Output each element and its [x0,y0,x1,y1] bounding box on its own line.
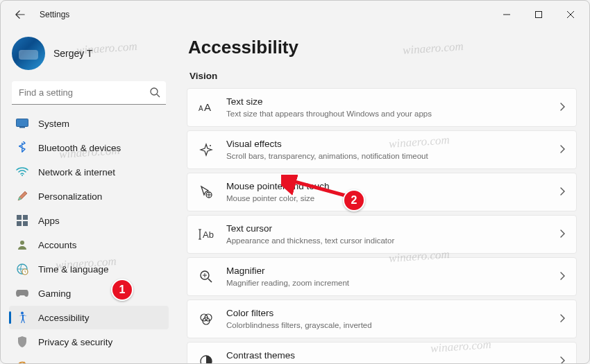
sidebar-item-label: Bluetooth & devices [38,143,121,153]
globe-clock-icon [16,263,28,275]
card-color-filters[interactable]: Color filtersColorblindness filters, gra… [187,300,577,338]
maximize-button[interactable] [523,3,555,26]
svg-rect-12 [23,221,28,226]
back-button[interactable] [9,3,31,26]
sidebar-item-network[interactable]: Network & internet [9,160,169,184]
sidebar-item-bluetooth[interactable]: Bluetooth & devices [9,136,169,159]
shield-icon [16,336,28,348]
sidebar-item-label: System [38,119,69,129]
svg-point-4 [151,88,158,95]
profile-name: Sergey T [53,48,93,59]
card-subtitle: Magnifier reading, zoom increment [226,278,559,288]
chevron-right-icon [559,355,565,363]
sidebar-item-privacy[interactable]: Privacy & security [9,330,169,354]
sidebar-item-label: Network & internet [38,167,115,177]
sidebar-item-accounts[interactable]: Accounts [9,233,169,257]
card-mouse-pointer[interactable]: Mouse pointer and touchMouse pointer col… [187,173,577,211]
text-size-icon: AA [199,100,214,115]
sidebar-item-label: Windows Update [38,361,109,364]
main-panel: Accessibility Vision AA Text sizeText si… [174,28,589,363]
display-icon [16,117,28,130]
chevron-right-icon [559,228,565,241]
sidebar-item-personalization[interactable]: Personalization [9,184,169,208]
card-subtitle: Color themes for low vision, light sensi… [226,363,559,363]
apps-icon [16,214,28,227]
sidebar-item-label: Personalization [38,191,102,202]
svg-rect-10 [23,215,28,220]
accessibility-icon [16,311,28,324]
svg-rect-7 [19,127,25,128]
minimize-button[interactable] [491,3,523,26]
arrow-left-icon [15,10,25,19]
svg-point-19 [210,145,211,146]
sidebar-item-gaming[interactable]: Gaming [9,281,169,305]
color-filters-icon [199,311,214,327]
svg-point-8 [22,175,23,176]
svg-text:A: A [204,101,211,113]
sidebar-item-label: Accessibility [38,313,90,323]
page-title: Accessibility [188,37,577,58]
settings-window: Settings Sergey T System Bluetooth & dev… [0,0,590,364]
svg-rect-1 [536,12,542,18]
text-cursor-icon: Ab [199,227,214,242]
svg-rect-9 [17,215,22,220]
card-title: Visual effects [226,138,559,150]
card-title: Text size [226,96,559,108]
avatar [12,37,45,70]
card-title: Contrast themes [226,349,559,362]
titlebar: Settings [1,1,589,28]
annotation-badge-1: 1 [111,279,133,301]
sidebar-item-time[interactable]: Time & language [9,257,169,281]
window-title: Settings [40,10,69,19]
maximize-icon [535,11,542,18]
sidebar-item-accessibility[interactable]: Accessibility [9,306,169,329]
profile-block[interactable]: Sergey T [9,31,169,81]
sidebar-item-system[interactable]: System [9,112,169,135]
card-text-size[interactable]: AA Text sizeText size that appears throu… [187,88,577,127]
card-subtitle: Appearance and thickness, text cursor in… [226,236,559,246]
card-title: Color filters [226,307,559,320]
search-icon [149,87,160,101]
card-magnifier[interactable]: MagnifierMagnifier reading, zoom increme… [187,257,577,296]
card-subtitle: Text size that appears throughout Window… [226,109,559,119]
annotation-badge-2: 2 [343,189,365,211]
svg-text:Ab: Ab [203,229,214,240]
cursor-icon [199,184,214,200]
card-title: Text cursor [226,223,559,235]
chevron-right-icon [559,313,565,325]
search-box [12,81,166,105]
paintbrush-icon [16,190,28,202]
close-button[interactable] [555,3,587,26]
card-contrast-themes[interactable]: Contrast themesColor themes for low visi… [187,342,577,363]
update-icon [16,360,28,363]
sparkle-icon [199,142,214,157]
chevron-right-icon [559,186,565,198]
minimize-icon [503,11,510,18]
chevron-right-icon [559,101,565,114]
search-input[interactable] [12,81,166,105]
card-subtitle: Scroll bars, transparency, animations, n… [226,151,559,162]
bluetooth-icon [16,141,28,154]
person-icon [16,239,28,251]
sidebar-item-label: Privacy & security [38,337,112,347]
svg-point-16 [21,312,24,315]
contrast-icon [199,354,214,363]
sidebar-item-label: Gaming [38,288,71,299]
card-subtitle: Colorblindness filters, grayscale, inver… [226,320,559,331]
card-subtitle: Mouse pointer color, size [226,193,559,204]
section-heading: Vision [189,71,577,81]
magnifier-icon [199,269,214,284]
card-title: Magnifier [226,265,559,277]
card-title: Mouse pointer and touch [226,180,559,193]
card-visual-effects[interactable]: Visual effectsScroll bars, transparency,… [187,130,577,169]
gamepad-icon [16,287,28,300]
svg-text:A: A [199,105,203,112]
sidebar: Sergey T System Bluetooth & devices Netw… [1,28,174,363]
svg-rect-11 [17,221,22,226]
sidebar-item-update[interactable]: Windows Update [9,354,169,363]
sidebar-item-label: Accounts [38,240,77,250]
close-icon [567,11,574,18]
sidebar-item-label: Apps [38,216,60,226]
sidebar-item-apps[interactable]: Apps [9,209,169,232]
card-text-cursor[interactable]: Ab Text cursorAppearance and thickness, … [187,215,577,254]
